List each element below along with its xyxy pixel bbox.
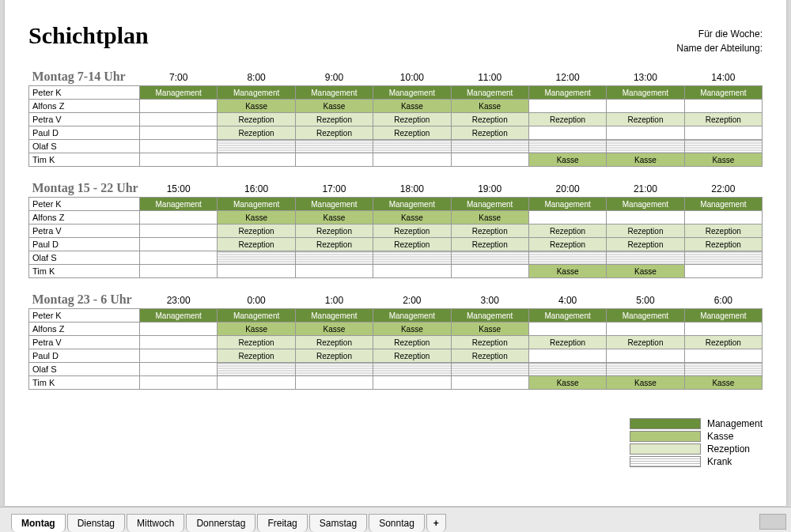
shift-cell[interactable] xyxy=(607,126,684,140)
shift-cell[interactable] xyxy=(684,363,762,376)
shift-cell[interactable] xyxy=(140,363,218,376)
shift-cell[interactable]: Rezeption xyxy=(528,336,606,349)
shift-cell[interactable]: Kasse xyxy=(295,211,373,224)
add-sheet-button[interactable]: + xyxy=(426,514,446,532)
shift-cell[interactable] xyxy=(528,323,606,336)
shift-cell[interactable]: Kasse xyxy=(607,376,684,390)
shift-cell[interactable]: Kasse xyxy=(373,323,451,336)
shift-cell[interactable]: Rezeption xyxy=(451,238,528,251)
sheet-tab[interactable]: Samstag xyxy=(309,514,367,532)
shift-cell[interactable]: Rezeption xyxy=(218,224,295,238)
shift-cell[interactable]: Management xyxy=(373,198,451,211)
shift-cell[interactable] xyxy=(528,140,606,153)
shift-cell[interactable] xyxy=(373,140,451,153)
shift-cell[interactable] xyxy=(140,349,218,363)
shift-cell[interactable]: Kasse xyxy=(684,376,762,390)
shift-cell[interactable] xyxy=(684,211,762,224)
shift-cell[interactable]: Rezeption xyxy=(451,113,528,126)
shift-cell[interactable]: Management xyxy=(528,86,606,100)
shift-cell[interactable] xyxy=(373,251,451,265)
shift-cell[interactable]: Management xyxy=(140,86,218,100)
sheet-tab[interactable]: Donnerstag xyxy=(186,514,255,532)
shift-cell[interactable] xyxy=(140,265,218,278)
shift-cell[interactable]: Rezeption xyxy=(684,238,762,251)
shift-cell[interactable]: Rezeption xyxy=(295,336,373,349)
shift-cell[interactable] xyxy=(451,376,528,390)
shift-cell[interactable] xyxy=(528,363,606,376)
shift-cell[interactable]: Rezeption xyxy=(295,349,373,363)
shift-cell[interactable]: Kasse xyxy=(528,153,606,167)
shift-cell[interactable]: Rezeption xyxy=(684,113,762,126)
shift-cell[interactable]: Rezeption xyxy=(295,126,373,140)
shift-cell[interactable]: Rezeption xyxy=(607,113,684,126)
shift-cell[interactable]: Kasse xyxy=(218,100,295,113)
shift-cell[interactable]: Management xyxy=(528,198,606,211)
shift-cell[interactable] xyxy=(140,238,218,251)
shift-cell[interactable] xyxy=(607,251,684,265)
shift-cell[interactable] xyxy=(373,265,451,278)
shift-cell[interactable]: Management xyxy=(451,86,528,100)
shift-cell[interactable] xyxy=(607,140,684,153)
shift-cell[interactable] xyxy=(140,126,218,140)
shift-cell[interactable]: Kasse xyxy=(607,153,684,167)
shift-cell[interactable]: Rezeption xyxy=(218,238,295,251)
shift-cell[interactable]: Management xyxy=(295,86,373,100)
shift-cell[interactable] xyxy=(684,100,762,113)
shift-cell[interactable]: Rezeption xyxy=(607,238,684,251)
shift-cell[interactable]: Rezeption xyxy=(684,336,762,349)
shift-cell[interactable] xyxy=(684,140,762,153)
shift-cell[interactable] xyxy=(607,349,684,363)
shift-cell[interactable] xyxy=(373,376,451,390)
shift-cell[interactable] xyxy=(451,140,528,153)
sheet-tab[interactable]: Freitag xyxy=(257,514,307,532)
shift-cell[interactable]: Management xyxy=(684,198,762,211)
shift-cell[interactable]: Rezeption xyxy=(218,349,295,363)
scroll-stub[interactable] xyxy=(759,514,786,530)
shift-cell[interactable]: Kasse xyxy=(451,323,528,336)
shift-cell[interactable] xyxy=(140,113,218,126)
sheet-tab[interactable]: Sonntag xyxy=(369,514,425,532)
shift-cell[interactable]: Rezeption xyxy=(218,113,295,126)
shift-cell[interactable]: Management xyxy=(528,309,606,323)
shift-cell[interactable]: Management xyxy=(218,198,295,211)
shift-cell[interactable] xyxy=(218,153,295,167)
shift-cell[interactable]: Kasse xyxy=(607,265,684,278)
shift-cell[interactable] xyxy=(684,349,762,363)
shift-cell[interactable]: Rezeption xyxy=(295,224,373,238)
shift-cell[interactable]: Rezeption xyxy=(295,238,373,251)
shift-cell[interactable]: Management xyxy=(295,198,373,211)
shift-cell[interactable]: Rezeption xyxy=(451,349,528,363)
shift-cell[interactable] xyxy=(140,153,218,167)
shift-cell[interactable] xyxy=(373,153,451,167)
shift-cell[interactable]: Rezeption xyxy=(451,224,528,238)
shift-cell[interactable]: Kasse xyxy=(218,323,295,336)
shift-cell[interactable] xyxy=(218,363,295,376)
shift-cell[interactable]: Rezeption xyxy=(373,238,451,251)
sheet-tab[interactable]: Dienstag xyxy=(67,514,125,532)
shift-cell[interactable]: Rezeption xyxy=(607,336,684,349)
shift-cell[interactable] xyxy=(684,323,762,336)
shift-cell[interactable]: Kasse xyxy=(295,323,373,336)
shift-cell[interactable]: Rezeption xyxy=(295,113,373,126)
shift-cell[interactable]: Management xyxy=(295,309,373,323)
shift-cell[interactable]: Management xyxy=(607,309,684,323)
shift-cell[interactable]: Rezeption xyxy=(528,113,606,126)
shift-cell[interactable]: Rezeption xyxy=(528,224,606,238)
shift-cell[interactable]: Rezeption xyxy=(218,126,295,140)
shift-cell[interactable] xyxy=(140,100,218,113)
shift-cell[interactable]: Management xyxy=(607,86,684,100)
shift-cell[interactable] xyxy=(451,265,528,278)
shift-cell[interactable] xyxy=(140,211,218,224)
shift-cell[interactable]: Rezeption xyxy=(528,238,606,251)
shift-cell[interactable] xyxy=(140,251,218,265)
shift-cell[interactable]: Rezeption xyxy=(373,349,451,363)
shift-cell[interactable] xyxy=(528,251,606,265)
shift-cell[interactable]: Kasse xyxy=(684,153,762,167)
shift-cell[interactable]: Rezeption xyxy=(218,336,295,349)
shift-cell[interactable]: Kasse xyxy=(451,100,528,113)
shift-cell[interactable] xyxy=(218,251,295,265)
shift-cell[interactable] xyxy=(295,265,373,278)
shift-cell[interactable] xyxy=(295,376,373,390)
shift-cell[interactable]: Kasse xyxy=(451,211,528,224)
shift-cell[interactable] xyxy=(607,100,684,113)
